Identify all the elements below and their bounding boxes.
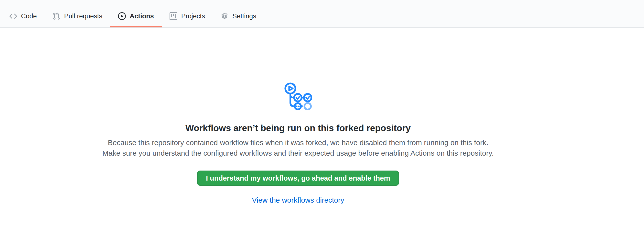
project-icon	[170, 12, 177, 20]
gear-icon	[220, 12, 228, 20]
tab-projects[interactable]: Projects	[162, 5, 213, 28]
tab-actions-label: Actions	[130, 13, 154, 20]
tab-actions[interactable]: Actions	[110, 5, 162, 28]
tab-code[interactable]: Code	[2, 5, 45, 28]
tab-pull-requests-label: Pull requests	[64, 13, 102, 20]
git-pull-request-icon	[52, 12, 60, 20]
tab-pull-requests[interactable]: Pull requests	[45, 5, 110, 28]
tab-code-label: Code	[21, 13, 37, 20]
enable-workflows-button[interactable]: I understand my workflows, go ahead and …	[197, 170, 399, 186]
actions-disabled-blankslate: Workflows aren’t being run on this forke…	[102, 28, 495, 204]
tab-settings[interactable]: Settings	[213, 5, 264, 28]
code-icon	[9, 12, 17, 20]
repo-tab-nav: Code Pull requests Actions Projects Sett…	[0, 0, 644, 28]
view-workflows-directory-link[interactable]: View the workflows directory	[252, 196, 344, 204]
tab-projects-label: Projects	[181, 13, 205, 20]
blankslate-description: Because this repository contained workfl…	[102, 137, 495, 158]
tab-settings-label: Settings	[232, 13, 256, 20]
blankslate-heading: Workflows aren’t being run on this forke…	[102, 123, 495, 134]
play-icon	[118, 12, 126, 20]
workflow-illustration-icon	[284, 81, 312, 111]
